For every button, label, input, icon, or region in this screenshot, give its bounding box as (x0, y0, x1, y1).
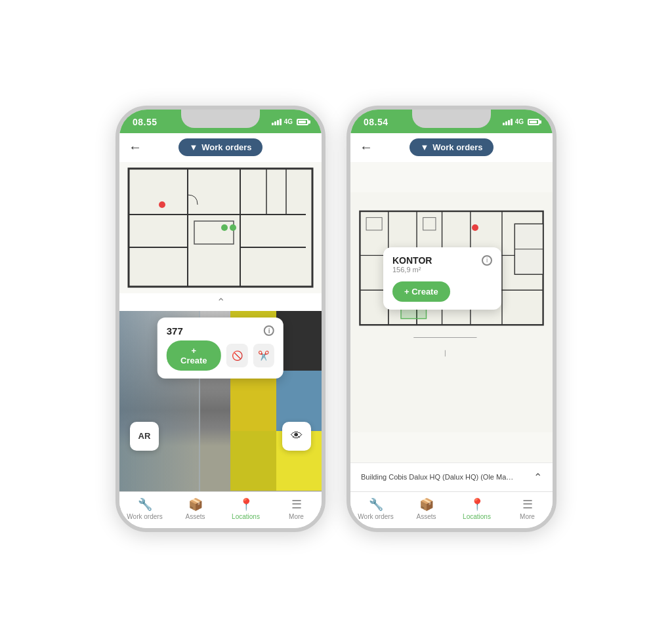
block-icon-1[interactable]: 🚫 (226, 344, 248, 367)
more-icon-1: ☰ (291, 497, 302, 512)
create-btn-2[interactable]: + Create (392, 281, 450, 302)
work-orders-label-1: Work orders (201, 142, 251, 152)
assets-icon-1: 📦 (188, 497, 203, 512)
time-1: 08.55 (133, 117, 158, 127)
work-orders-label-2: Work orders (432, 142, 482, 152)
tab-locations-2[interactable]: 📍 Locations (452, 496, 502, 522)
room-number-1: 377 (167, 325, 183, 337)
tab-more-label-2: More (520, 513, 535, 520)
tab-assets-2[interactable]: 📦 Assets (401, 496, 452, 522)
status-bar-2: 08.54 4G (350, 110, 553, 133)
top-nav-2: ← ▼ Work orders (350, 133, 553, 162)
signal-bars-2 (503, 119, 513, 125)
green-dot-1a (221, 224, 228, 231)
room-name-2: KONTOR (392, 255, 432, 266)
assets-icon-2: 📦 (419, 497, 434, 512)
status-icons-1: 4G (272, 118, 308, 125)
battery-icon-2 (528, 119, 539, 125)
tab-locations-1[interactable]: 📍 Locations (220, 496, 271, 522)
eye-icon-1: 👁 (291, 429, 303, 443)
work-orders-btn-1[interactable]: ▼ Work orders (178, 138, 262, 156)
tab-assets-label-2: Assets (416, 513, 436, 520)
tab-more-1[interactable]: ☰ More (271, 496, 322, 522)
locations-icon-1: 📍 (239, 497, 253, 512)
create-btn-1[interactable]: + Create (167, 340, 221, 371)
phone-1: 08.55 4G ← ▼ Work or (116, 106, 326, 532)
tab-locations-label-1: Locations (232, 513, 260, 520)
green-dot-1b (230, 224, 236, 231)
info-icon-2[interactable]: i (482, 255, 492, 266)
time-2: 08.54 (364, 117, 388, 127)
floor-plan-2: KONTOR 156,9 m² i + Create (350, 162, 553, 462)
eye-btn-1[interactable]: 👁 (282, 422, 311, 451)
status-icons-2: 4G (503, 118, 539, 125)
red-dot-2 (472, 224, 478, 231)
tab-assets-1[interactable]: 📦 Assets (170, 496, 220, 522)
scissors-icon-1[interactable]: ✂️ (253, 344, 274, 367)
filter-icon-2: ▼ (420, 142, 429, 152)
red-dot-1 (159, 201, 165, 208)
tab-work-orders-label-1: Work orders (127, 513, 162, 520)
ar-btn-1[interactable]: AR (130, 422, 159, 451)
tab-bar-2: 🔧 Work orders 📦 Assets 📍 Locations ☰ Mor… (350, 491, 553, 528)
building-name-2: Building Cobis Dalux HQ (Dalux HQ) (Ole … (361, 473, 515, 481)
back-arrow-2[interactable]: ← (360, 140, 373, 155)
popup-card-2: KONTOR 156,9 m² i + Create (383, 247, 501, 310)
svg-rect-0 (129, 169, 312, 287)
phone-2: 08.54 4G ← ▼ Work or (346, 106, 556, 532)
work-orders-icon-1: 🔧 (138, 497, 152, 512)
tab-bar-1: 🔧 Work orders 📦 Assets 📍 Locations ☰ Mor… (119, 491, 322, 528)
signal-label-1: 4G (284, 118, 293, 125)
floor-plan-svg-2 (350, 162, 553, 462)
tab-assets-label-1: Assets (185, 513, 205, 520)
tab-more-label-1: More (289, 513, 304, 520)
building-label-2: Building Cobis Dalux HQ (Dalux HQ) (Ole … (350, 462, 553, 491)
locations-icon-2: 📍 (470, 497, 484, 512)
tab-locations-label-2: Locations (463, 513, 491, 520)
more-icon-2: ☰ (522, 497, 533, 512)
tab-work-orders-1[interactable]: 🔧 Work orders (119, 496, 170, 522)
floor-plan-svg-1 (119, 162, 322, 293)
work-orders-icon-2: 🔧 (369, 497, 383, 512)
chevron-up-icon-1: ⌃ (217, 297, 225, 308)
popup-card-1: 377 i + Create 🚫 ✂️ (158, 318, 284, 379)
battery-icon-1 (297, 119, 308, 125)
info-icon-1[interactable]: i (264, 325, 274, 336)
room-size-2: 156,9 m² (392, 266, 432, 274)
app-content-1: ← ▼ Work orders (119, 133, 322, 528)
back-arrow-1[interactable]: ← (129, 140, 142, 155)
view-3d-1: 377 i + Create 🚫 ✂️ AR (119, 311, 322, 491)
tab-work-orders-label-2: Work orders (358, 513, 393, 520)
status-bar-1: 08.55 4G (119, 110, 322, 133)
work-orders-btn-2[interactable]: ▼ Work orders (410, 138, 493, 156)
signal-label-2: 4G (515, 118, 524, 125)
expand-handle-1[interactable]: ⌃ (119, 293, 322, 311)
tab-work-orders-2[interactable]: 🔧 Work orders (350, 496, 401, 522)
app-content-2: ← ▼ Work orders (350, 133, 553, 528)
filter-icon-1: ▼ (189, 142, 198, 152)
tab-more-2[interactable]: ☰ More (502, 496, 553, 522)
floor-plan-1 (119, 162, 322, 293)
chevron-up-icon-2[interactable]: ⌃ (534, 471, 542, 483)
top-nav-1: ← ▼ Work orders (119, 133, 322, 162)
signal-bars-1 (272, 119, 282, 125)
